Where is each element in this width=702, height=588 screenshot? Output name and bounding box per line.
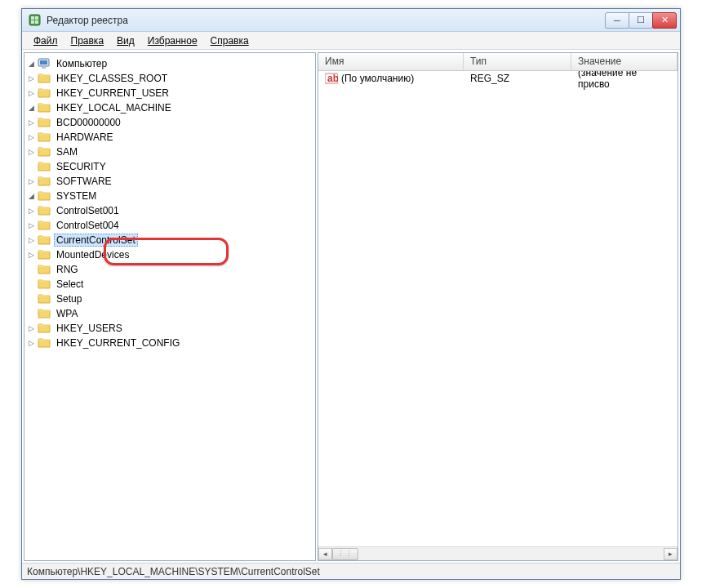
collapse-icon[interactable]: ◢ — [26, 59, 36, 69]
window-title: Редактор реестра — [47, 15, 606, 26]
tree-controlset001[interactable]: ▷ControlSet001 — [26, 203, 313, 218]
tree-root-computer[interactable]: ◢ Компьютер — [26, 56, 313, 71]
column-type[interactable]: Тип — [464, 53, 571, 70]
expand-icon[interactable]: ▷ — [26, 250, 36, 260]
tree-sam[interactable]: ▷SAM — [26, 145, 313, 159]
tree-label[interactable]: HARDWARE — [54, 131, 116, 144]
tree-label[interactable]: BCD00000000 — [54, 116, 123, 129]
tree-label[interactable]: RNG — [54, 263, 81, 276]
list-row[interactable]: (По умолчанию) REG_SZ (значение не присв… — [318, 71, 678, 86]
tree-label[interactable]: HKEY_CLASSES_ROOT — [54, 72, 170, 85]
tree-label[interactable]: SYSTEM — [54, 189, 99, 203]
maximize-button[interactable]: ☐ — [629, 12, 653, 29]
regedit-icon — [29, 14, 42, 27]
folder-icon — [38, 336, 51, 350]
tree-label[interactable]: SOFTWARE — [54, 175, 114, 188]
folder-icon — [38, 219, 51, 232]
folder-icon — [38, 307, 51, 320]
collapse-icon[interactable]: ◢ — [26, 103, 36, 113]
tree-pane[interactable]: ◢ Компьютер ▷HKEY_CLASSES_ROOT ▷HKEY_CUR… — [24, 52, 316, 561]
close-button[interactable]: ✕ — [652, 12, 677, 29]
tree-label[interactable]: HKEY_USERS — [54, 322, 125, 335]
tree-wpa[interactable]: ▷WPA — [26, 306, 313, 321]
menu-file[interactable]: Файл — [27, 33, 64, 48]
list-body[interactable]: (По умолчанию) REG_SZ (значение не присв… — [318, 71, 678, 546]
tree-label[interactable]: WPA — [54, 307, 80, 320]
tree-hkcu[interactable]: ▷HKEY_CURRENT_USER — [26, 86, 313, 100]
folder-icon — [38, 87, 51, 100]
menu-view[interactable]: Вид — [110, 33, 141, 48]
computer-icon — [38, 57, 51, 70]
minimize-button[interactable]: ─ — [605, 12, 629, 29]
expand-icon[interactable]: ▷ — [26, 132, 36, 142]
folder-icon — [38, 322, 51, 335]
folder-icon — [38, 248, 51, 261]
tree-hku[interactable]: ▷HKEY_USERS — [26, 321, 313, 336]
menubar: Файл Правка Вид Избранное Справка — [22, 32, 680, 50]
scroll-track[interactable]: ⋮⋮ — [332, 548, 664, 560]
menu-edit[interactable]: Правка — [64, 33, 111, 48]
tree-label-selected[interactable]: CurrentControlSet — [54, 234, 138, 247]
folder-icon — [38, 145, 51, 158]
collapse-icon[interactable]: ◢ — [26, 191, 36, 201]
tree-system[interactable]: ◢SYSTEM — [26, 189, 313, 203]
tree-security[interactable]: ▷SECURITY — [26, 159, 313, 174]
folder-icon — [38, 116, 51, 129]
tree-controlset004[interactable]: ▷ControlSet004 — [26, 218, 313, 233]
folder-icon — [38, 72, 51, 85]
tree-software[interactable]: ▷SOFTWARE — [26, 174, 313, 189]
expand-icon[interactable]: ▷ — [26, 74, 36, 83]
menu-favorites[interactable]: Избранное — [141, 33, 204, 48]
folder-icon — [38, 189, 51, 203]
expand-icon[interactable]: ▷ — [26, 176, 36, 186]
tree-bcd[interactable]: ▷BCD00000000 — [26, 115, 313, 130]
scroll-thumb[interactable]: ⋮⋮ — [332, 548, 358, 560]
tree-hklm[interactable]: ◢HKEY_LOCAL_MACHINE — [26, 100, 313, 115]
column-name[interactable]: Имя — [318, 53, 464, 70]
column-value[interactable]: Значение — [571, 53, 678, 70]
scroll-left-button[interactable]: ◂ — [318, 548, 332, 560]
list-pane[interactable]: Имя Тип Значение (По умолчанию) REG_SZ (… — [318, 52, 678, 561]
tree-label[interactable]: MountedDevices — [54, 248, 131, 261]
expand-icon[interactable]: ▷ — [26, 88, 36, 98]
expand-icon[interactable]: ▷ — [26, 220, 36, 230]
statusbar: Компьютер\HKEY_LOCAL_MACHINE\SYSTEM\Curr… — [22, 563, 680, 579]
expand-icon[interactable]: ▷ — [26, 147, 36, 157]
tree-mounteddevices[interactable]: ▷MountedDevices — [26, 247, 313, 262]
value-type: REG_SZ — [464, 73, 571, 84]
expand-icon[interactable]: ▷ — [26, 323, 36, 333]
tree-label[interactable]: HKEY_CURRENT_CONFIG — [54, 336, 182, 350]
tree-currentcontrolset[interactable]: ▷CurrentControlSet — [26, 233, 313, 247]
tree-hkcc[interactable]: ▷HKEY_CURRENT_CONFIG — [26, 336, 313, 350]
expand-icon[interactable]: ▷ — [26, 118, 36, 127]
tree-setup[interactable]: ▷Setup — [26, 292, 313, 306]
scroll-right-button[interactable]: ▸ — [664, 548, 678, 560]
folder-icon — [38, 131, 51, 144]
tree-label[interactable]: ControlSet004 — [54, 219, 122, 232]
tree-label[interactable]: ControlSet001 — [54, 204, 122, 217]
folder-icon — [38, 234, 51, 247]
window-frame: Редактор реестра ─ ☐ ✕ Файл Правка Вид И… — [21, 8, 681, 580]
expand-icon[interactable]: ▷ — [26, 206, 36, 216]
folder-icon — [38, 292, 51, 305]
string-value-icon — [325, 73, 338, 84]
tree-label[interactable]: SECURITY — [54, 160, 109, 173]
tree-hardware[interactable]: ▷HARDWARE — [26, 130, 313, 145]
tree-rng[interactable]: ▷RNG — [26, 262, 313, 277]
horizontal-scrollbar[interactable]: ◂ ⋮⋮ ▸ — [318, 546, 678, 560]
tree-label[interactable]: Setup — [54, 292, 84, 305]
menu-help[interactable]: Справка — [204, 33, 255, 48]
titlebar[interactable]: Редактор реестра ─ ☐ ✕ — [22, 9, 680, 32]
folder-icon — [38, 204, 51, 217]
tree-select[interactable]: ▷Select — [26, 277, 313, 292]
tree-hkcr[interactable]: ▷HKEY_CLASSES_ROOT — [26, 71, 313, 86]
expand-icon[interactable]: ▷ — [26, 235, 36, 245]
tree-label[interactable]: Компьютер — [54, 57, 109, 70]
tree-label[interactable]: HKEY_CURRENT_USER — [54, 87, 171, 100]
folder-icon — [38, 278, 51, 291]
tree-label[interactable]: Select — [54, 278, 86, 291]
value-data: (значение не присво — [571, 71, 678, 90]
expand-icon[interactable]: ▷ — [26, 338, 36, 348]
tree-label[interactable]: HKEY_LOCAL_MACHINE — [54, 101, 174, 114]
tree-label[interactable]: SAM — [54, 145, 80, 158]
